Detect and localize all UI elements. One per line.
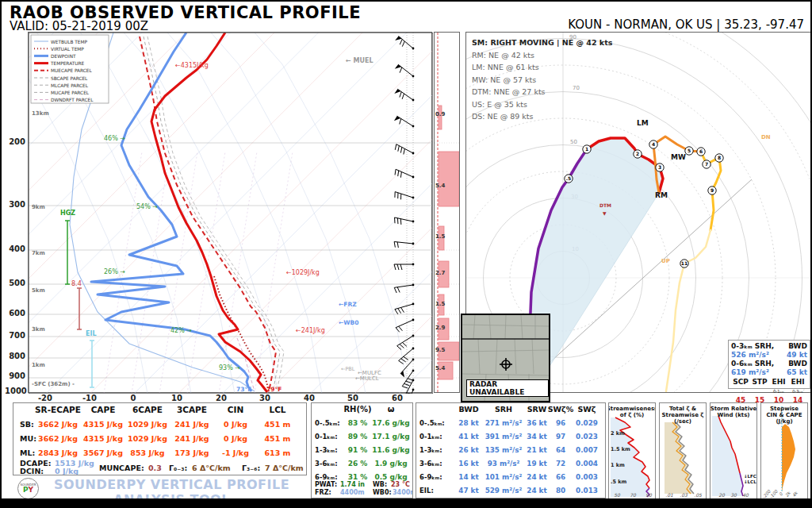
table-cell-value: 64	[556, 446, 565, 454]
station-id: KOUN - NORMAN, OK US | 35.23, -97.47	[568, 17, 804, 32]
branding-bar: SOUNDER PY SOUNDERPY VERTICAL PROFILE AN…	[13, 477, 307, 500]
height-label: 3km	[32, 326, 45, 333]
wind-barb-tick	[395, 169, 396, 175]
isotherm-line	[354, 33, 433, 394]
table-header: SWζ%	[548, 405, 574, 414]
wind-barb-tick	[404, 148, 405, 154]
sounderpy-app-window: RAOB OBSERVED VERTICAL PROFILE VALID: 05…	[0, 0, 812, 508]
mixing-ratio-line	[132, 152, 170, 394]
temperature-tick-label: 30	[259, 394, 270, 402]
height-label: 1km	[32, 362, 45, 368]
skewt-annotation: ←FRZ	[339, 301, 357, 308]
wind-barb-tick	[397, 242, 398, 248]
wind-barb	[396, 320, 413, 328]
mini-panel-3: StepwiseCIN & CAPE(J/kg)-200-10002k4k	[760, 402, 808, 499]
table-cell-value: 853 J/kg	[130, 448, 164, 457]
table-cell-value: 0 J/kg	[224, 420, 247, 429]
legend-label: DEWPOINT	[51, 54, 76, 59]
table-row-label: 3-6ₖₘ:	[419, 460, 442, 468]
hodo-label: MW	[671, 153, 686, 161]
wind-barb	[394, 285, 413, 287]
layer-bar-value: 5.4	[435, 183, 446, 189]
mini-panel-xtick: 50	[614, 492, 621, 498]
legend-label: SBCAPE PARCEL	[51, 76, 88, 81]
moist-adiabat-line	[211, 33, 366, 394]
pwat-value: 1.74 in	[340, 481, 365, 488]
temperature-curve	[151, 33, 267, 392]
temperature-tick-label: -20	[38, 394, 52, 402]
bwd-0-3-value: 49 kt	[787, 351, 807, 360]
table-cell-value: 31 %	[348, 473, 368, 481]
table-cell-value: 3662 J/kg	[38, 420, 78, 429]
wind-barb-tick	[395, 217, 396, 223]
skewt-annotation: 79°F	[266, 386, 282, 393]
pressure-tick-label: 700	[5, 331, 25, 340]
storm-motion-sm: SM: RIGHT MOVING | NE @ 42 kts	[472, 37, 612, 49]
table-cell-value: 41 kt	[458, 433, 478, 441]
storm-motion-info: SM: RIGHT MOVING | NE @ 42 kts RM: NE @ …	[472, 37, 612, 123]
skewt-annotation: ←4315J/kg	[175, 62, 209, 69]
table-cell-value: 1029 J/kg	[128, 434, 167, 443]
mini-panel-xtick: .03	[680, 492, 688, 498]
pressure-tick-label: 1000	[5, 387, 25, 395]
skewt-annotation: 54% →	[136, 203, 158, 210]
table-row-label: 0-.5ₖₘ:	[419, 419, 445, 427]
hodo-km-marker-label: 8	[718, 155, 721, 160]
temperature-tick-label: 20	[216, 394, 227, 402]
hodo-label: DTM	[599, 202, 611, 208]
layer-bar	[439, 106, 442, 129]
skewt-panel: ←4315J/kg46% →54% →← MUELHGZ26% →8.4←102…	[28, 32, 432, 393]
muncape-value: 0.3	[148, 464, 162, 472]
wind-barb	[395, 217, 413, 221]
height-label: 7km	[32, 250, 45, 256]
dcin-value: 0 J/kg	[55, 467, 79, 475]
table-cell-value: 101 m²/s²	[485, 473, 523, 481]
mini-panel-title: Stepwise	[770, 406, 799, 412]
table-cell-value: 0.007	[576, 446, 598, 454]
logo-text-py: PY	[18, 487, 38, 493]
table-cell-value: 66	[556, 473, 565, 481]
table-cell-value: 451 m	[264, 434, 290, 443]
table-cell-value: 11.6 g/kg	[372, 446, 410, 454]
table-cell-value: 0.004	[576, 460, 598, 468]
table-header: LCL	[269, 405, 285, 414]
pressure-tick-label: 400	[5, 244, 25, 253]
table-cell-value: 3662 J/kg	[38, 434, 78, 443]
height-label: 13km	[32, 110, 49, 117]
wind-barb-tick	[394, 287, 396, 293]
temperature-tick-label: 40	[304, 394, 315, 402]
muncape-label: MUNCAPE:	[99, 464, 144, 472]
frz-value: 4400m	[340, 489, 365, 496]
table-cell-value: 3567 J/kg	[83, 448, 123, 457]
table-header: BWD	[458, 405, 478, 414]
wind-barb-flag	[395, 37, 401, 40]
table-row-label: MU:	[20, 434, 36, 443]
hodo-km-marker-label: .5	[566, 175, 571, 181]
wind-barb-tick	[402, 41, 404, 47]
table-row-label: SB:	[20, 420, 34, 429]
wind-barb-tick	[402, 387, 408, 388]
radar-unavailable-badge: RADAR UNAVAILABLE	[466, 379, 549, 397]
table-cell-value: 241 J/kg	[174, 420, 209, 429]
scp-label: SCP	[731, 378, 750, 396]
table-cell-value: 135 m²/s²	[485, 446, 523, 454]
skewt-annotation: 8.4	[71, 280, 82, 287]
bwd-0-6-value: 65 kt	[787, 368, 807, 377]
pressure-tick-label: 600	[5, 309, 25, 318]
table-cell-value: 19 kt	[527, 460, 546, 468]
table-cell-value: 21 kt	[527, 446, 546, 454]
table-cell-value: 1.9 g/kg	[374, 460, 407, 468]
skewt-annotation: 93% →	[219, 364, 240, 371]
srh-0-3-value: 526 m²/s²	[731, 351, 769, 360]
table-cell-value: 47 kt	[458, 487, 478, 495]
table-cell-value: 0 J/kg	[224, 434, 247, 443]
pressure-tick-label: 800	[5, 352, 25, 360]
table-cell-value: 451 m	[264, 420, 290, 429]
isotherm-line	[266, 33, 433, 394]
temperature-tick-label: 10	[171, 394, 182, 402]
stp-label: STP	[750, 378, 769, 396]
wind-barb-tick	[398, 309, 401, 314]
skewt-annotation: EIL	[86, 330, 97, 337]
mini-panel-xtick: 20	[718, 492, 726, 498]
layer-bar	[439, 152, 459, 206]
